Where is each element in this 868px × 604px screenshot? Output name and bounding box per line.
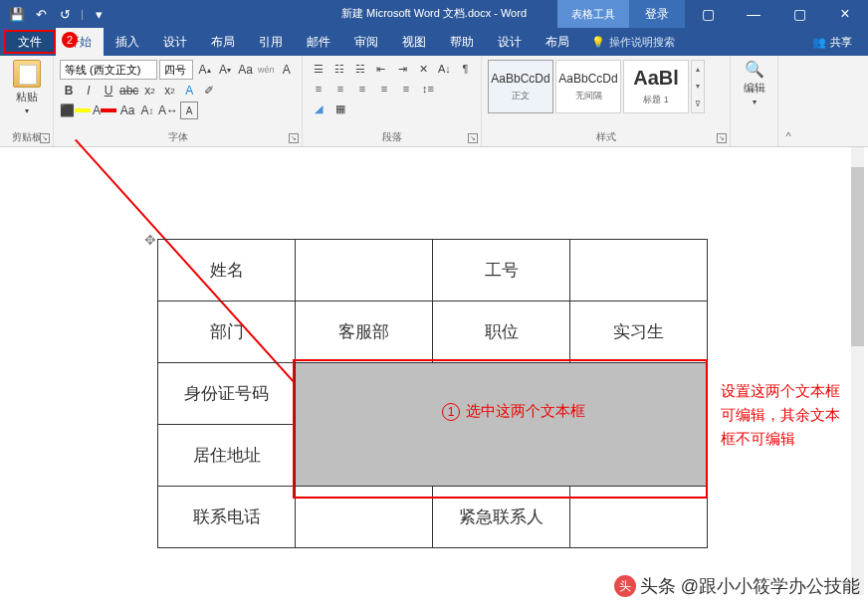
align-left-icon[interactable]: ≡ (309, 80, 328, 98)
bold-icon[interactable]: B (60, 82, 78, 100)
line-spacing-icon[interactable]: ↕≡ (418, 80, 438, 98)
editing-button[interactable]: 🔍 编辑 ▾ (737, 60, 771, 106)
tab-table-layout[interactable]: 布局 (534, 28, 581, 56)
subscript-icon[interactable]: x2 (140, 82, 158, 100)
maximize-icon[interactable]: ▢ (776, 0, 822, 28)
scroll-up-icon[interactable]: ▴ (692, 61, 704, 78)
vertical-scrollbar[interactable] (851, 147, 864, 595)
table-anchor-icon[interactable]: ✥ (144, 232, 156, 248)
style-nospacing[interactable]: AaBbCcDd 无间隔 (555, 60, 621, 113)
find-icon: 🔍 (745, 60, 764, 79)
asian-layout-icon[interactable]: ✕ (414, 60, 433, 78)
highlight-icon[interactable]: ⬛ (60, 101, 91, 119)
text-effects-icon[interactable]: A (180, 82, 198, 100)
decrease-indent-icon[interactable]: ⇤ (371, 60, 390, 78)
paragraph-launcher-icon[interactable]: ↘ (468, 133, 478, 143)
cell-address-label[interactable]: 居住地址 (158, 425, 296, 487)
tab-view[interactable]: 视图 (390, 28, 438, 56)
sort-icon[interactable]: A↓ (435, 60, 454, 78)
undo-icon[interactable]: ↶ (30, 3, 52, 25)
enclose-chars-icon[interactable]: A↕ (138, 101, 156, 119)
cell-dept-label[interactable]: 部门 (158, 302, 296, 363)
cell-id-label[interactable]: 身份证号码 (158, 363, 296, 425)
tell-me-search[interactable]: 💡 操作说明搜索 (581, 35, 675, 50)
multilevel-icon[interactable]: ☵ (350, 60, 369, 78)
tab-layout[interactable]: 布局 (199, 28, 247, 56)
ribbon-options-icon[interactable]: ▢ (685, 0, 731, 28)
superscript-icon[interactable]: x2 (160, 82, 178, 100)
group-paragraph-label: 段落 (309, 128, 475, 144)
paste-button[interactable]: 粘贴 ▾ (6, 60, 47, 115)
tab-mailings[interactable]: 邮件 (295, 28, 342, 56)
style-preview: AaBbCcDd (491, 72, 549, 86)
tab-table-design[interactable]: 设计 (486, 28, 534, 56)
cell-dept-value[interactable]: 客服部 (296, 302, 433, 363)
char-border-icon[interactable]: A (277, 60, 296, 80)
tab-design[interactable]: 设计 (151, 28, 199, 56)
tab-insert[interactable]: 插入 (104, 28, 151, 56)
save-icon[interactable]: 💾 (6, 3, 28, 25)
customize-icon[interactable]: ▾ (89, 3, 110, 25)
borders-icon[interactable]: ▦ (330, 100, 350, 117)
expand-gallery-icon[interactable]: ⊽ (692, 96, 704, 112)
minimize-icon[interactable]: — (731, 0, 776, 28)
font-size-select[interactable]: 四号 (159, 60, 193, 80)
annotation-side-note: 设置这两个文本框可编辑，其余文本框不可编辑 (721, 379, 850, 451)
contextual-tab-label: 表格工具 (557, 0, 629, 28)
tab-review[interactable]: 审阅 (342, 28, 390, 56)
show-marks-icon[interactable]: ¶ (456, 60, 475, 78)
distributed-icon[interactable]: ≡ (396, 80, 416, 98)
enclosed-char-icon[interactable]: A (180, 101, 198, 119)
bullets-icon[interactable]: ☰ (309, 60, 327, 78)
cell-jobno-value[interactable] (570, 240, 708, 302)
login-button[interactable]: 登录 (629, 0, 685, 28)
clipboard-launcher-icon[interactable]: ↘ (40, 133, 50, 143)
char-shading-icon[interactable]: Aa (118, 101, 136, 119)
cell-position-label[interactable]: 职位 (433, 302, 570, 363)
font-launcher-icon[interactable]: ↘ (289, 133, 299, 143)
group-paragraph: ☰ ☷ ☵ ⇤ ⇥ ✕ A↓ ¶ ≡ ≡ ≡ ≡ ≡ ↕≡ ◢ ▦ 段落 (303, 56, 482, 146)
tab-file[interactable]: 文件 (4, 30, 56, 54)
italic-icon[interactable]: I (80, 82, 98, 100)
clear-format-icon[interactable]: ✐ (200, 82, 218, 100)
group-clipboard: 粘贴 ▾ 剪贴板 ↘ (0, 56, 54, 146)
title-bar: 💾 ↶ ↺ | ▾ 新建 Microsoft Word 文档.docx - Wo… (0, 0, 868, 28)
cell-phone-label[interactable]: 联系电话 (158, 487, 296, 548)
tab-help[interactable]: 帮助 (438, 28, 486, 56)
char-scale-icon[interactable]: A↔ (158, 101, 178, 119)
close-icon[interactable]: × (822, 0, 868, 28)
numbering-icon[interactable]: ☷ (329, 60, 348, 78)
underline-icon[interactable]: U (100, 82, 117, 100)
step-number-icon: 1 (442, 403, 460, 421)
styles-gallery-more[interactable]: ▴ ▾ ⊽ (691, 60, 705, 113)
cell-jobno-label[interactable]: 工号 (433, 240, 570, 302)
cell-position-value[interactable]: 实习生 (570, 302, 708, 363)
align-right-icon[interactable]: ≡ (352, 80, 372, 98)
qat-separator: | (81, 8, 84, 20)
increase-indent-icon[interactable]: ⇥ (393, 60, 412, 78)
scroll-down-icon[interactable]: ▾ (692, 78, 704, 95)
collapse-ribbon-icon[interactable]: ^ (778, 56, 798, 146)
style-normal[interactable]: AaBbCcDd 正文 (488, 60, 553, 113)
change-case-icon[interactable]: Aa (236, 60, 255, 80)
tab-references[interactable]: 引用 (247, 28, 295, 56)
style-heading1[interactable]: AaBl 标题 1 (623, 60, 689, 113)
redo-icon[interactable]: ↺ (54, 3, 76, 25)
style-name: 无间隔 (575, 90, 602, 102)
style-name: 正文 (512, 90, 530, 102)
justify-icon[interactable]: ≡ (374, 80, 394, 98)
align-center-icon[interactable]: ≡ (330, 80, 350, 98)
phonetic-guide-icon[interactable]: wén (257, 60, 276, 80)
font-color-icon[interactable]: A (93, 101, 116, 119)
grow-font-icon[interactable]: A▴ (195, 60, 214, 80)
scrollbar-thumb[interactable] (851, 167, 864, 346)
cell-name-label[interactable]: 姓名 (158, 240, 296, 302)
styles-launcher-icon[interactable]: ↘ (717, 133, 727, 143)
shrink-font-icon[interactable]: A▾ (216, 60, 235, 80)
document-area: ✥ 姓名 工号 部门 客服部 职位 实习生 身份证号码 居住地址 联系电话 紧急… (0, 147, 868, 604)
share-button[interactable]: 👥 共享 (796, 35, 868, 50)
cell-name-value[interactable] (296, 240, 433, 302)
strikethrough-icon[interactable]: abc (119, 82, 138, 100)
font-name-select[interactable]: 等线 (西文正文) (60, 60, 157, 80)
shading-icon[interactable]: ◢ (309, 100, 328, 117)
